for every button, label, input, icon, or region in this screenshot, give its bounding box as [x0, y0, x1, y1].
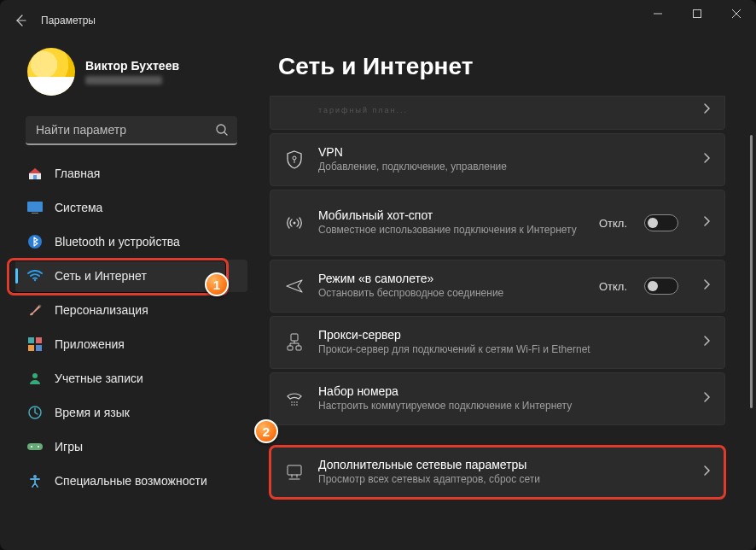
card-sub: Настроить коммутируемое подключение к Ин…	[318, 400, 689, 413]
svg-rect-13	[27, 443, 43, 450]
svg-rect-20	[288, 346, 293, 350]
window-title: Параметры	[41, 15, 96, 26]
sidebar-item-home[interactable]: Главная	[15, 157, 247, 190]
card-title: Прокси-сервер	[318, 328, 689, 342]
minimize-button[interactable]	[638, 0, 677, 27]
chevron-right-icon	[702, 215, 711, 231]
titlebar: Параметры	[0, 0, 756, 41]
sidebar-item-label: Время и язык	[55, 406, 130, 419]
minimize-icon	[654, 9, 662, 18]
sidebar-item-accessibility[interactable]: Специальные возможности	[15, 465, 247, 497]
svg-rect-2	[33, 175, 37, 179]
arrow-left-icon	[14, 14, 27, 27]
card-airplane[interactable]: Режим «в самолете» Остановить беспроводн…	[270, 260, 725, 313]
chevron-right-icon	[702, 278, 711, 294]
sidebar-item-label: Сеть и Интернет	[55, 269, 147, 283]
proxy-icon	[284, 333, 305, 352]
chevron-right-icon	[702, 152, 711, 167]
svg-rect-3	[27, 202, 43, 212]
svg-rect-28	[288, 465, 301, 475]
search-icon	[215, 123, 229, 140]
settings-cards: тарифный план... VPN Добавление, подключ…	[270, 96, 736, 499]
card-proxy[interactable]: Прокси-сервер Прокси-сервер для подключе…	[270, 316, 725, 369]
sidebar-item-label: Система	[55, 201, 102, 214]
search-box[interactable]	[26, 116, 237, 145]
svg-point-11	[32, 373, 38, 378]
annotation-badge-1: 1	[205, 272, 229, 296]
svg-rect-8	[36, 337, 42, 343]
sidebar-item-label: Игры	[55, 440, 83, 453]
page-title: Сеть и Интернет	[278, 53, 736, 80]
sidebar-item-label: Bluetooth и устройства	[55, 235, 180, 249]
airplane-icon	[284, 278, 305, 295]
hotspot-icon	[284, 214, 305, 231]
card-sub: Добавление, подключение, управление	[318, 161, 689, 174]
close-button[interactable]	[717, 0, 756, 27]
card-dialup[interactable]: Набор номера Настроить коммутируемое под…	[270, 372, 725, 425]
profile-block[interactable]: Виктор Бухтеев	[10, 41, 253, 113]
scrollbar[interactable]	[749, 101, 753, 536]
toggle-state: Откл.	[599, 280, 627, 293]
system-icon	[27, 200, 43, 215]
sidebar: Виктор Бухтеев Главная Система	[0, 41, 263, 550]
window-controls	[638, 0, 756, 27]
card-title: VPN	[318, 145, 689, 159]
sidebar-item-gaming[interactable]: Игры	[15, 430, 247, 463]
apps-icon	[27, 336, 43, 352]
toggle-state: Откл.	[599, 217, 627, 230]
sidebar-item-label: Учетные записи	[55, 372, 143, 385]
annotation-badge-2: 2	[254, 419, 278, 443]
sidebar-item-bluetooth[interactable]: Bluetooth и устройства	[15, 225, 247, 258]
clock-globe-icon	[27, 405, 43, 420]
sidebar-item-label: Специальные возможности	[55, 474, 207, 488]
svg-rect-9	[28, 345, 34, 351]
svg-point-23	[294, 401, 295, 403]
svg-point-14	[31, 446, 32, 448]
home-icon	[27, 166, 43, 181]
sidebar-item-apps[interactable]: Приложения	[15, 328, 247, 360]
airplane-toggle[interactable]	[644, 278, 678, 295]
svg-point-25	[291, 404, 293, 406]
svg-rect-21	[296, 346, 301, 350]
settings-window: Параметры Виктор Бухтеев	[0, 0, 756, 550]
chevron-right-icon	[702, 102, 711, 118]
network-adapter-icon	[284, 464, 305, 481]
sidebar-item-time-language[interactable]: Время и язык	[15, 396, 247, 429]
search-input[interactable]	[26, 116, 237, 145]
card-title: Режим «в самолете»	[318, 272, 585, 285]
back-button[interactable]	[3, 3, 38, 38]
svg-point-6	[34, 279, 36, 281]
card-sub: тарифный план...	[318, 106, 689, 116]
hotspot-toggle[interactable]	[644, 214, 678, 231]
svg-point-22	[291, 401, 293, 403]
card-advanced-network[interactable]: Дополнительные сетевые параметры Просмот…	[270, 446, 725, 499]
svg-point-16	[33, 475, 37, 478]
maximize-button[interactable]	[677, 0, 717, 27]
shield-icon	[284, 150, 305, 169]
svg-point-27	[296, 404, 298, 406]
chevron-right-icon	[702, 465, 711, 480]
maximize-icon	[693, 9, 701, 18]
svg-point-24	[296, 401, 298, 403]
card-title: Мобильный хот-спот	[318, 208, 585, 222]
card-cutoff[interactable]: тарифный план...	[270, 96, 725, 130]
phone-icon	[284, 391, 305, 407]
sidebar-item-accounts[interactable]: Учетные записи	[15, 362, 247, 395]
svg-point-17	[293, 156, 296, 160]
chevron-right-icon	[702, 335, 711, 350]
svg-point-26	[294, 404, 295, 406]
sidebar-item-label: Главная	[55, 167, 100, 180]
card-vpn[interactable]: VPN Добавление, подключение, управление	[270, 133, 725, 186]
accessibility-icon	[27, 473, 43, 489]
sidebar-item-system[interactable]: Система	[15, 191, 247, 224]
card-sub: Остановить беспроводное соединение	[318, 287, 585, 301]
sidebar-item-personalization[interactable]: Персонализация	[15, 294, 247, 326]
close-icon	[732, 9, 741, 18]
sidebar-item-label: Приложения	[55, 337, 125, 351]
wifi-icon	[27, 268, 43, 284]
nav-list: Главная Система Bluetooth и устройства С…	[10, 157, 253, 497]
scrollbar-thumb[interactable]	[750, 135, 753, 408]
card-sub: Совместное использование подключения к И…	[318, 224, 585, 237]
card-hotspot[interactable]: Мобильный хот-спот Совместное использова…	[270, 190, 725, 256]
svg-rect-7	[28, 337, 34, 343]
